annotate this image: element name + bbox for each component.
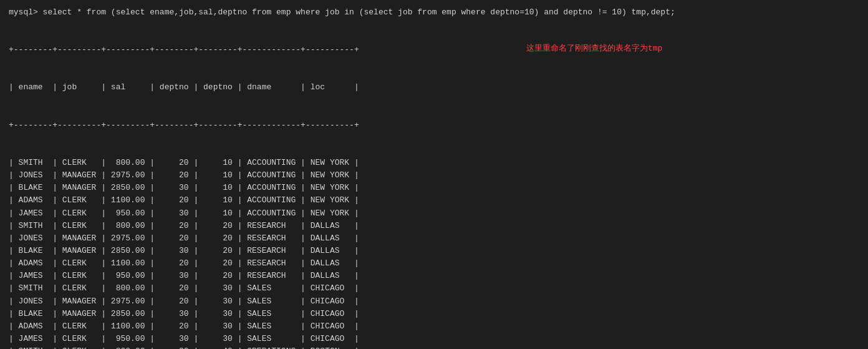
- query-line: mysql> select * from (select ename,job,s…: [9, 6, 859, 19]
- table-row: | SMITH | CLERK | 800.00 | 20 | 30 | SAL…: [9, 282, 859, 295]
- table-row: | JAMES | CLERK | 950.00 | 30 | 30 | SAL…: [9, 333, 859, 345]
- table-row: | SMITH | CLERK | 800.00 | 20 | 10 | ACC…: [9, 157, 859, 169]
- table-container: +--------+---------+---------+--------+-…: [9, 19, 859, 350]
- table-row: | BLAKE | MANAGER | 2850.00 | 30 | 20 | …: [9, 245, 859, 257]
- table-row: | JONES | MANAGER | 2975.00 | 20 | 20 | …: [9, 232, 859, 245]
- annotation-text: 这里重命名了刚刚查找的表名字为tmp: [526, 42, 662, 54]
- table-header: | ename | job | sal | deptno | deptno | …: [9, 81, 859, 94]
- table-row: | BLAKE | MANAGER | 2850.00 | 30 | 10 | …: [9, 182, 859, 194]
- separator-top: +--------+---------+---------+--------+-…: [9, 44, 859, 56]
- table-row: | JAMES | CLERK | 950.00 | 30 | 20 | RES…: [9, 270, 859, 282]
- table-row: | ADAMS | CLERK | 1100.00 | 20 | 30 | SA…: [9, 320, 859, 333]
- table-row: | JONES | MANAGER | 2975.00 | 20 | 30 | …: [9, 295, 859, 308]
- table-row: | ADAMS | CLERK | 1100.00 | 20 | 20 | RE…: [9, 257, 859, 270]
- table-row: | JONES | MANAGER | 2975.00 | 20 | 10 | …: [9, 169, 859, 182]
- prompt: mysql>: [9, 7, 43, 17]
- separator-mid: +--------+---------+---------+--------+-…: [9, 119, 859, 132]
- table-row: | SMITH | CLERK | 800.00 | 20 | 20 | RES…: [9, 220, 859, 232]
- table-row: | JAMES | CLERK | 950.00 | 30 | 10 | ACC…: [9, 207, 859, 220]
- query-text: select * from (select ename,job,sal,dept…: [43, 7, 675, 17]
- table-body: | SMITH | CLERK | 800.00 | 20 | 10 | ACC…: [9, 157, 859, 349]
- table-row: | ADAMS | CLERK | 1100.00 | 20 | 10 | AC…: [9, 194, 859, 207]
- table-row: | BLAKE | MANAGER | 2850.00 | 30 | 30 | …: [9, 308, 859, 320]
- table-row: | SMITH | CLERK | 800.00 | 20 | 40 | OPE…: [9, 345, 859, 349]
